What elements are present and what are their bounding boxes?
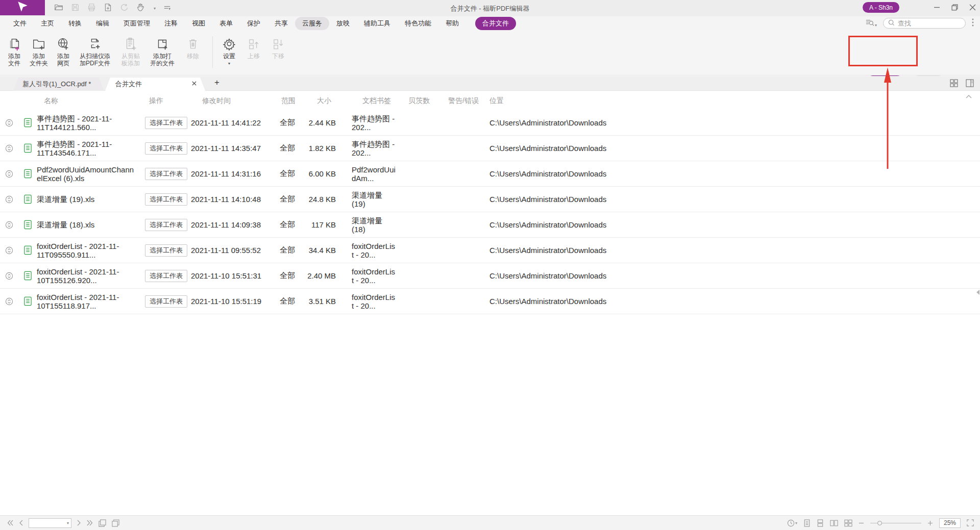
header-action[interactable]: 操作 <box>142 96 191 106</box>
table-row[interactable]: foxitOrderList - 2021-11-11T095550.911..… <box>0 238 980 263</box>
zoom-slider-handle[interactable] <box>877 521 882 525</box>
facing-pages-icon[interactable] <box>830 519 838 527</box>
row-expander-icon[interactable] <box>5 246 13 255</box>
menu-protect[interactable]: 保护 <box>240 17 267 30</box>
add-folder-button[interactable]: 添加 文件夹 <box>27 35 51 67</box>
menu-merge-files-active[interactable]: 合并文件 <box>475 17 516 30</box>
menu-file[interactable]: 文件 <box>6 17 34 30</box>
excel-file-icon <box>23 143 32 153</box>
row-expander-icon[interactable] <box>5 170 13 178</box>
new-file-icon[interactable] <box>104 3 112 14</box>
advanced-search-icon[interactable]: ▾ <box>865 18 877 29</box>
header-name[interactable]: 名称 <box>37 96 142 106</box>
file-modified-time: 2021-11-11 09:55:52 <box>191 246 278 255</box>
zoom-in-button[interactable] <box>927 520 933 526</box>
header-bates[interactable]: 贝茨数 <box>408 96 448 106</box>
add-files-button[interactable]: 添加 文件 <box>2 35 27 67</box>
menu-features[interactable]: 特色功能 <box>398 17 438 30</box>
minimize-icon[interactable] <box>934 4 940 13</box>
menu-home[interactable]: 主页 <box>34 17 61 30</box>
new-tab-button[interactable]: + <box>211 78 223 88</box>
table-row[interactable]: 事件趋势图 - 2021-11-11T144121.560... 选择工作表 2… <box>0 110 980 136</box>
fit-screen-icon[interactable] <box>967 519 974 526</box>
page-number-input[interactable]: ▾ <box>29 518 71 528</box>
file-location: C:\Users\Administrator\Downloads <box>482 195 980 204</box>
select-worksheet-button[interactable]: 选择工作表 <box>145 193 187 206</box>
tab-merge-files[interactable]: 合并文件 <box>105 78 205 91</box>
select-worksheet-button[interactable]: 选择工作表 <box>145 142 187 155</box>
menu-accessibility[interactable]: 辅助工具 <box>357 17 398 30</box>
first-page-icon[interactable] <box>7 520 13 526</box>
table-row[interactable]: foxitOrderList - 2021-11-10T155126.920..… <box>0 263 980 289</box>
panel-collapse-arrow[interactable] <box>976 290 979 295</box>
more-options-icon[interactable] <box>972 18 974 29</box>
row-expander-icon[interactable] <box>5 221 13 229</box>
menu-view[interactable]: 视图 <box>185 17 212 30</box>
select-worksheet-button[interactable]: 选择工作表 <box>145 219 187 231</box>
header-size[interactable]: 大小 <box>309 96 347 106</box>
next-view-icon[interactable] <box>112 519 119 527</box>
header-modified-time[interactable]: 修改时间 <box>191 96 278 106</box>
select-worksheet-button[interactable]: 选择工作表 <box>145 168 187 180</box>
menu-convert[interactable]: 转换 <box>61 17 89 30</box>
row-expander-icon[interactable] <box>5 144 13 153</box>
thumbnail-view-icon[interactable] <box>950 79 958 89</box>
menu-form[interactable]: 表单 <box>212 17 240 30</box>
previous-view-icon[interactable] <box>99 519 106 527</box>
app-logo[interactable] <box>0 0 45 15</box>
settings-button[interactable]: 设置 ▾ <box>217 35 241 67</box>
prev-page-icon[interactable] <box>19 520 23 526</box>
table-row[interactable]: Pdf2wordUuidAmountChannelExcel (6).xls 选… <box>0 161 980 187</box>
select-worksheet-button[interactable]: 选择工作表 <box>145 117 187 129</box>
table-row[interactable]: 事件趋势图 - 2021-11-11T143546.171... 选择工作表 2… <box>0 136 980 161</box>
menu-edit[interactable]: 编辑 <box>89 17 116 30</box>
tab-list-icon[interactable] <box>966 79 974 89</box>
zoom-level-input[interactable]: 25% <box>939 518 961 528</box>
row-expander-icon[interactable] <box>5 195 13 204</box>
menu-comment[interactable]: 注释 <box>157 17 185 30</box>
menu-cloud[interactable]: 云服务 <box>295 17 329 30</box>
advanced-search-caret-icon[interactable]: ▾ <box>875 23 877 28</box>
next-page-icon[interactable] <box>77 520 81 526</box>
select-worksheet-button[interactable]: 选择工作表 <box>145 244 187 257</box>
close-icon[interactable] <box>969 4 976 13</box>
tab-close-icon[interactable] <box>191 81 197 88</box>
restore-icon[interactable] <box>951 4 958 13</box>
header-range[interactable]: 范围 <box>278 96 309 106</box>
hand-tool-caret-icon[interactable]: ▾ <box>154 6 156 11</box>
menu-present[interactable]: 放映 <box>329 17 357 30</box>
customize-toolbar-icon[interactable] <box>163 4 171 13</box>
search-input[interactable]: 查找 <box>883 18 966 29</box>
add-open-files-button[interactable]: 添加打 开的文件 <box>147 35 178 67</box>
row-expander-icon[interactable] <box>5 272 13 280</box>
reading-mode-icon[interactable]: ▾ <box>787 519 797 527</box>
add-from-scanner-button[interactable]: 从扫描仪添 加PDF文件 <box>76 35 114 67</box>
menu-page-management[interactable]: 页面管理 <box>116 17 157 30</box>
row-expander-icon[interactable] <box>5 119 13 127</box>
select-worksheet-button[interactable]: 选择工作表 <box>145 270 187 282</box>
reading-mode-caret-icon[interactable]: ▾ <box>795 521 797 525</box>
header-warnings[interactable]: 警告/错误 <box>448 96 482 106</box>
last-page-icon[interactable] <box>87 520 93 526</box>
table-row[interactable]: foxitOrderList - 2021-11-10T155118.917..… <box>0 289 980 314</box>
tab-document[interactable]: 新人引导(1)_OCR.pdf * <box>13 78 104 91</box>
menu-share[interactable]: 共享 <box>267 17 295 30</box>
continuous-facing-icon[interactable] <box>844 519 852 527</box>
single-page-icon[interactable] <box>803 519 811 527</box>
open-file-icon[interactable] <box>54 3 63 14</box>
hand-tool-icon[interactable] <box>136 3 145 14</box>
menu-help[interactable]: 帮助 <box>438 17 466 30</box>
row-expander-icon[interactable] <box>5 297 13 306</box>
table-row[interactable]: 渠道增量 (18).xls 选择工作表 2021-11-11 14:09:38 … <box>0 212 980 238</box>
zoom-out-button[interactable] <box>859 520 864 526</box>
header-bookmarks[interactable]: 文档书签 <box>347 96 408 106</box>
zoom-slider[interactable] <box>870 523 921 523</box>
select-worksheet-button[interactable]: 选择工作表 <box>145 295 187 308</box>
header-location[interactable]: 位置 <box>482 96 980 106</box>
page-dropdown-caret-icon[interactable]: ▾ <box>67 521 69 525</box>
table-row[interactable]: 渠道增量 (19).xls 选择工作表 2021-11-11 14:10:48 … <box>0 187 980 212</box>
add-webpage-button[interactable]: 添加 网页 <box>51 35 76 67</box>
continuous-page-icon[interactable] <box>817 519 824 527</box>
account-badge[interactable]: A - Sh3n <box>863 2 899 13</box>
search-placeholder: 查找 <box>898 19 911 28</box>
